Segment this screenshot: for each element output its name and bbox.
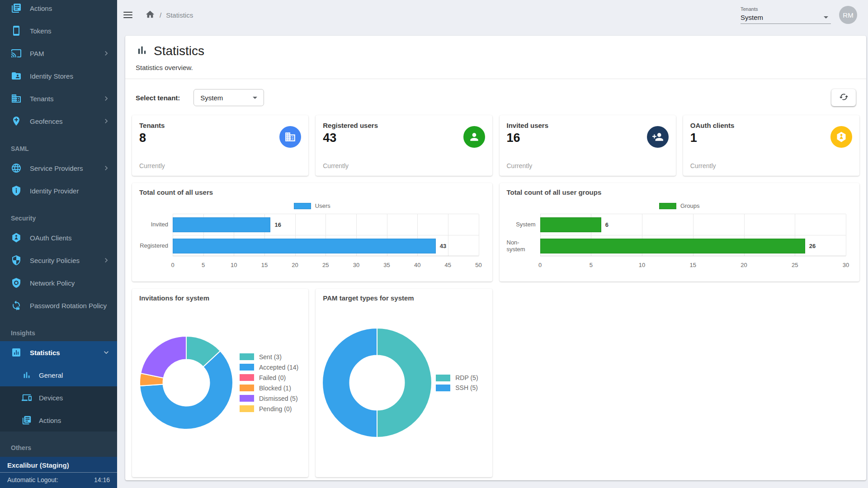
legend-label: Accepted (14) — [259, 364, 298, 371]
bar-chart-icon — [22, 370, 32, 380]
refresh-button[interactable] — [831, 89, 856, 106]
sidebar-item-label: Identity Provider — [30, 187, 111, 195]
sidebar-item-devices[interactable]: Devices — [0, 386, 117, 409]
bar-value-label: 6 — [605, 221, 609, 228]
bar-registered[interactable]: 43 — [173, 239, 479, 253]
bar-non-system[interactable]: 26 — [540, 239, 846, 253]
sidebar-item-tokens[interactable]: Tokens — [0, 19, 117, 42]
x-tick-label: 40 — [414, 262, 420, 268]
sidebar-item-statistics[interactable]: Statistics — [0, 341, 117, 364]
select-tenant-dropdown[interactable]: System — [193, 89, 264, 106]
sidebar-item-label: Service Providers — [30, 164, 99, 172]
home-icon[interactable] — [145, 9, 155, 21]
brand-label: Excalibur (Staging) — [0, 457, 117, 472]
header-divider — [125, 79, 866, 79]
sidebar-item-tenants[interactable]: Tenants — [0, 87, 117, 110]
menu-toggle-icon[interactable] — [123, 12, 132, 18]
sidebar: ActionsTokensPAMIdentity StoresTenantsGe… — [0, 0, 117, 488]
tenant-select-value: System — [741, 14, 763, 21]
sidebar-item-identity-stores[interactable]: Identity Stores — [0, 65, 117, 87]
select-tenant-value: System — [200, 94, 223, 102]
oauth-icon — [11, 232, 22, 243]
sidebar-item-geofences[interactable]: Geofences — [0, 110, 117, 132]
legend-item-rdp[interactable]: RDP (5) — [436, 373, 478, 383]
legend-item-blocked[interactable]: Blocked (1) — [240, 383, 298, 393]
library-books-icon — [11, 3, 22, 14]
sidebar-item-actions[interactable]: Actions — [0, 0, 117, 19]
donut-segment-rdp[interactable] — [377, 328, 432, 437]
donut-segment-dismissed[interactable] — [141, 336, 186, 378]
person-icon — [468, 131, 480, 143]
x-tick-label: 35 — [383, 262, 390, 268]
plot-area: 1643 — [173, 214, 479, 256]
x-tick-label: 20 — [741, 262, 747, 268]
sidebar-section-header-security: Security — [0, 202, 117, 226]
page-subtitle: Statistics overview. — [136, 64, 856, 71]
sidebar-item-security-policies[interactable]: Security Policies — [0, 249, 117, 272]
donut-segment-ssh[interactable] — [322, 328, 377, 437]
stat-cards-row: Tenants8CurrentlyRegistered users43Curre… — [132, 115, 859, 176]
breadcrumb: / Statistics — [145, 9, 193, 21]
sidebar-item-general[interactable]: General — [0, 364, 117, 386]
sidebar-item-label: Tenants — [30, 95, 99, 103]
bar-charts-row: Total count of all usersUsersInvitedRegi… — [132, 183, 859, 282]
sidebar-item-label: Network Policy — [30, 279, 111, 287]
avatar[interactable]: RM — [839, 6, 857, 24]
stat-card-caption: Currently — [507, 162, 533, 169]
legend-swatch — [240, 353, 254, 360]
donut-chart[interactable] — [321, 327, 433, 438]
legend-item-accepted[interactable]: Accepted (14) — [240, 362, 298, 372]
legend-swatch — [294, 203, 311, 209]
sidebar-item-pam[interactable]: PAM — [0, 42, 117, 65]
stat-card-value: 1 — [690, 131, 852, 145]
bar-invited[interactable]: 16 — [173, 217, 479, 232]
x-tick-label: 30 — [353, 262, 359, 268]
stat-card-invited-users: Invited users16Currently — [500, 115, 676, 176]
sidebar-section-header-others: Others — [0, 432, 117, 456]
donut-chart[interactable] — [139, 335, 234, 430]
legend-item-ssh[interactable]: SSH (5) — [436, 383, 478, 393]
tenant-select-label: Tenants — [741, 6, 831, 12]
donut-plot — [139, 335, 234, 432]
legend-swatch — [436, 385, 450, 391]
tenant-select[interactable]: Tenants System — [741, 6, 831, 24]
legend-item-dismissed[interactable]: Dismissed (5) — [240, 393, 298, 404]
legend-item-failed[interactable]: Failed (0) — [240, 372, 298, 383]
sidebar-item-actions[interactable]: Actions — [0, 409, 117, 432]
chart-legend[interactable]: Groups — [507, 202, 853, 209]
chart-title: PAM target types for system — [323, 294, 485, 302]
sync-lock-icon — [11, 300, 22, 311]
location-pin-icon — [11, 116, 22, 127]
legend-item-sent[interactable]: Sent (3) — [240, 352, 298, 362]
bar-system[interactable]: 6 — [540, 217, 846, 232]
legend-swatch — [240, 364, 254, 371]
chevron-right-icon — [102, 256, 111, 265]
bar-chart-icon — [136, 44, 148, 58]
refresh-icon — [839, 92, 849, 102]
chart-title: Total count of all user groups — [507, 188, 853, 196]
gridline — [540, 235, 846, 235]
legend-item-pending[interactable]: Pending (0) — [240, 404, 298, 414]
x-tick-label: 20 — [292, 262, 298, 268]
chevron-down-icon — [253, 97, 257, 99]
shield-info-icon — [11, 185, 22, 196]
chevron-right-icon — [102, 117, 111, 126]
devices-icon — [22, 393, 32, 403]
sidebar-item-oauth-clients[interactable]: OAuth Clients — [0, 226, 117, 249]
smartphone-icon — [11, 25, 22, 36]
breadcrumb-current: Statistics — [166, 11, 193, 19]
sidebar-item-network-policy[interactable]: Network Policy — [0, 272, 117, 294]
sidebar-item-password-rotation-policy[interactable]: Password Rotation Policy — [0, 294, 117, 317]
chart-legend[interactable]: Users — [139, 202, 485, 209]
statistics-panel: Statistics Statistics overview. Select t… — [125, 36, 866, 480]
legend-label: Failed (0) — [259, 374, 286, 381]
x-tick-label: 15 — [690, 262, 696, 268]
select-tenant-label: Select tenant: — [136, 94, 180, 102]
donut-charts-row: Invitations for systemSent (3)Accepted (… — [132, 289, 859, 477]
x-tick-label: 10 — [231, 262, 237, 268]
bar-value-label: 26 — [809, 243, 816, 249]
sidebar-item-label: Tokens — [30, 27, 111, 35]
sidebar-item-service-providers[interactable]: Service Providers — [0, 157, 117, 179]
sidebar-item-identity-provider[interactable]: Identity Provider — [0, 179, 117, 202]
sidebar-item-label: Identity Stores — [30, 72, 111, 80]
